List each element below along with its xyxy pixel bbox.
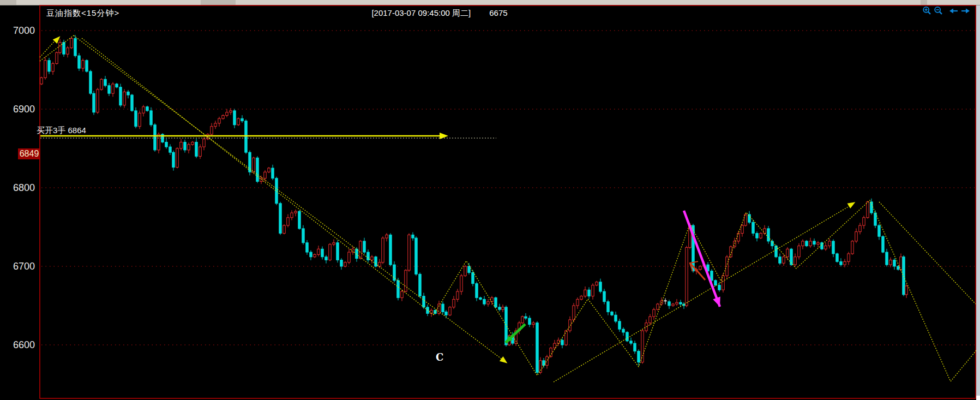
order-line-label: 买开3手 6864 xyxy=(37,126,86,136)
annotation-magenta-down-arrow xyxy=(684,211,720,307)
chart-window: 豆油指数<15分钟> [2017-03-07 09:45:00 周二] 6675 xyxy=(0,0,980,400)
y-axis-tick-label: 6700 xyxy=(0,261,35,272)
right-scrollbar[interactable] xyxy=(976,5,980,400)
pan-right-icon[interactable] xyxy=(960,6,970,16)
candlestick-chart[interactable] xyxy=(0,0,980,400)
annotation-zigzag-wave xyxy=(434,200,977,381)
y-axis-tick-label: 6800 xyxy=(0,182,35,193)
zoom-in-icon[interactable] xyxy=(922,6,932,16)
price-badge: 6849 xyxy=(18,148,40,159)
chart-toolbar xyxy=(922,6,980,16)
wave-c-label: C xyxy=(436,351,443,363)
annotation-lower-channel xyxy=(82,38,434,315)
y-axis-tick-label: 6600 xyxy=(0,339,35,350)
pan-left-icon[interactable] xyxy=(949,6,959,16)
chart-title: 豆油指数<15分钟> xyxy=(46,8,119,19)
y-axis-tick-label: 7000 xyxy=(0,25,35,36)
zoom-out-icon[interactable] xyxy=(934,6,943,16)
scrollbar-corner xyxy=(976,396,980,400)
annotation-right-channel xyxy=(879,202,976,304)
y-axis-tick-label: 6900 xyxy=(0,104,35,115)
price-readout: 6675 xyxy=(489,8,507,19)
datetime-readout: [2017-03-07 09:45:00 周二] xyxy=(371,8,471,19)
crosshair-info: [2017-03-07 09:45:00 周二] 6675 xyxy=(322,8,557,19)
annotation-long-support xyxy=(554,205,852,382)
